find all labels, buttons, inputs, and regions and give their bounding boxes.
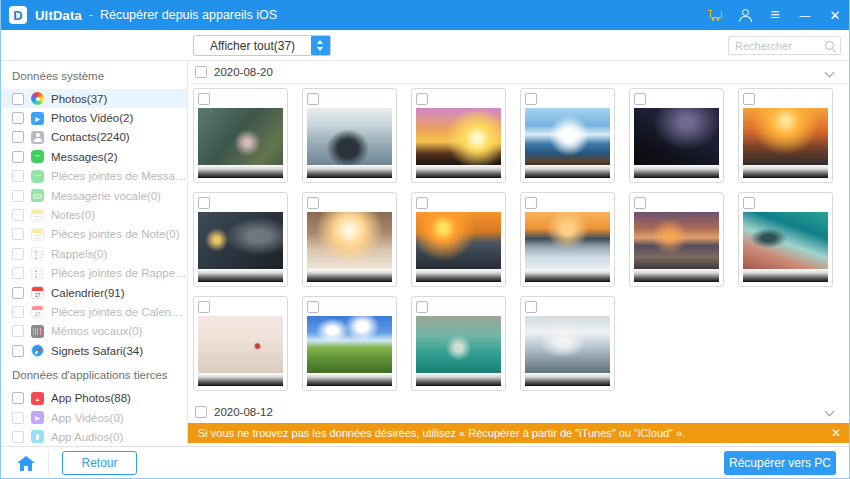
sidebar-item-checkbox[interactable]: [12, 170, 24, 182]
search-box[interactable]: [728, 36, 841, 55]
sidebar-item-label: Notes(0): [51, 209, 95, 221]
photo-checkbox[interactable]: [525, 93, 537, 105]
photo-card-sunset-jump[interactable]: [411, 88, 506, 183]
thumbnail-strip: [198, 373, 283, 386]
photo-checkbox[interactable]: [525, 301, 537, 313]
sidebar-item-calendar[interactable]: Calendrier(91): [0, 283, 187, 302]
filter-dropdown[interactable]: Afficher tout(37): [193, 35, 331, 56]
photo-card-girl-in-forest[interactable]: [193, 88, 288, 183]
photo-card-green-hills-clouds[interactable]: [302, 296, 397, 391]
video-icon: [31, 112, 44, 125]
home-icon[interactable]: [17, 456, 35, 471]
photo-checkbox[interactable]: [307, 301, 319, 313]
sidebar-item-reminders[interactable]: Rappels(0): [0, 244, 187, 263]
sidebar-item-checkbox[interactable]: [12, 345, 24, 357]
photo-grid: [188, 84, 848, 391]
photo-checkbox[interactable]: [634, 197, 646, 209]
sidebar-item-checkbox[interactable]: [12, 306, 24, 318]
close-button[interactable]: ✕: [820, 0, 850, 30]
cart-button[interactable]: [700, 0, 730, 30]
photo-card-girl-at-lake[interactable]: [411, 296, 506, 391]
photo-card-old-town-night[interactable]: [193, 192, 288, 287]
photo-checkbox[interactable]: [198, 93, 210, 105]
sidebar-item-calendar-attachment[interactable]: Pièces jointes de Calendrie...: [0, 302, 187, 321]
photo-checkbox[interactable]: [416, 93, 428, 105]
sidebar-item-photos[interactable]: Photos(37): [0, 89, 187, 108]
sidebar-item-checkbox[interactable]: [12, 112, 24, 124]
photo-card-white-beach-red-figure[interactable]: [193, 296, 288, 391]
photo-card-snowy-forest-person[interactable]: [302, 88, 397, 183]
sidebar-item-checkbox[interactable]: [12, 93, 24, 105]
sidebar-item-checkbox[interactable]: [12, 190, 24, 202]
message-attachment-icon: [31, 170, 44, 183]
photo-card-milky-way-night[interactable]: [629, 88, 724, 183]
sidebar-item-label: Pièces jointes de Rappels(0): [51, 267, 187, 279]
banner-close-icon[interactable]: ✕: [831, 427, 841, 439]
photo-card-city-sunset[interactable]: [738, 88, 833, 183]
photo-card-teal-beach-structure[interactable]: [738, 192, 833, 287]
reminder-attachment-icon: [31, 267, 44, 280]
recover-to-pc-button[interactable]: Récupérer vers PC: [724, 451, 836, 475]
search-input[interactable]: [729, 40, 823, 52]
back-button[interactable]: Retour: [62, 451, 137, 475]
photo-card-ocean-wave[interactable]: [520, 88, 615, 183]
sidebar-item-reminder-attachment[interactable]: Pièces jointes de Rappels(0): [0, 264, 187, 283]
date-checkbox[interactable]: [195, 66, 207, 78]
menu-button[interactable]: ≡: [760, 0, 790, 30]
thumbnail-strip: [416, 269, 501, 282]
account-button[interactable]: [730, 0, 760, 30]
date-group-header: 2020-08-20: [188, 61, 848, 84]
sidebar-item-label: Messagerie vocale(0): [51, 190, 161, 202]
sidebar-item-voice-memo[interactable]: Mémos vocaux(0): [0, 322, 187, 341]
sidebar-item-checkbox[interactable]: [12, 412, 24, 424]
photo-card-sea-sunset-reflection[interactable]: [520, 192, 615, 287]
sidebar-item-video[interactable]: Photos Vidéo(2): [0, 108, 187, 127]
photo-thumbnail: [416, 316, 501, 374]
sidebar-item-contacts[interactable]: Contacts(2240): [0, 128, 187, 147]
sidebar-item-checkbox[interactable]: [12, 287, 24, 299]
thumbnail-strip: [307, 269, 392, 282]
sidebar-item-checkbox[interactable]: [12, 431, 24, 443]
photo-checkbox[interactable]: [307, 197, 319, 209]
date-checkbox[interactable]: [195, 406, 207, 418]
sidebar-item-checkbox[interactable]: [12, 228, 24, 240]
dropdown-spinner-icon[interactable]: [311, 36, 330, 55]
sidebar-item-checkbox[interactable]: [12, 267, 24, 279]
photo-card-golden-light-rays[interactable]: [302, 192, 397, 287]
sidebar-item-safari[interactable]: Signets Safari(34): [0, 341, 187, 360]
sidebar-item-checkbox[interactable]: [12, 151, 24, 163]
photo-checkbox[interactable]: [198, 197, 210, 209]
sidebar-item-checkbox[interactable]: [12, 325, 24, 337]
photo-thumbnail: [307, 316, 392, 374]
sidebar-item-app-videos[interactable]: App Vidéos(0): [0, 408, 187, 427]
photo-card-purple-lake-sunset[interactable]: [629, 192, 724, 287]
sidebar-item-checkbox[interactable]: [12, 131, 24, 143]
sidebar-item-messages[interactable]: Messages(2): [0, 147, 187, 166]
sidebar-item-note-attachment[interactable]: Pièces jointes de Note(0): [0, 225, 187, 244]
thumbnail-strip: [634, 269, 719, 282]
photo-checkbox[interactable]: [416, 301, 428, 313]
chevron-down-icon[interactable]: [825, 68, 834, 77]
sidebar-item-checkbox[interactable]: [12, 392, 24, 404]
sidebar-item-notes[interactable]: Notes(0): [0, 205, 187, 224]
note-attachment-icon: [31, 228, 44, 241]
sidebar-item-message-attachment[interactable]: Pièces jointes de Message(0): [0, 167, 187, 186]
minimize-button[interactable]: —: [790, 0, 820, 30]
photo-checkbox[interactable]: [743, 93, 755, 105]
photo-checkbox[interactable]: [198, 301, 210, 313]
photo-card-winter-castle[interactable]: [520, 296, 615, 391]
sidebar-item-checkbox[interactable]: [12, 209, 24, 221]
chevron-down-icon[interactable]: [825, 407, 834, 416]
thumbnail-strip: [198, 165, 283, 178]
photo-checkbox[interactable]: [307, 93, 319, 105]
sidebar-item-voicemail[interactable]: Messagerie vocale(0): [0, 186, 187, 205]
sidebar-item-app-photos[interactable]: App Photos(88): [0, 388, 187, 407]
photo-checkbox[interactable]: [416, 197, 428, 209]
photo-checkbox[interactable]: [525, 197, 537, 209]
photo-checkbox[interactable]: [634, 93, 646, 105]
voicemail-icon: [31, 189, 44, 202]
photo-card-lake-reeds-sunset[interactable]: [411, 192, 506, 287]
sidebar-item-app-audios[interactable]: App Audios(0): [0, 427, 187, 446]
sidebar-item-checkbox[interactable]: [12, 248, 24, 260]
photo-checkbox[interactable]: [743, 197, 755, 209]
